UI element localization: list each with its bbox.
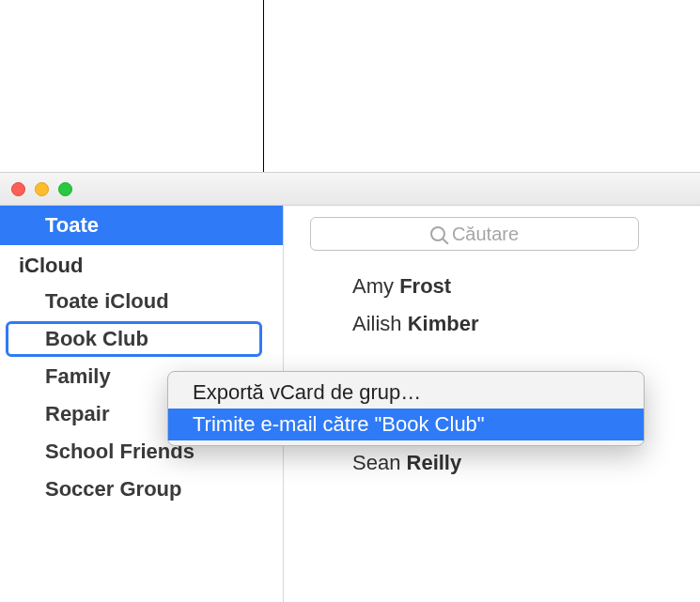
sidebar-all-contacts[interactable]: Toate bbox=[0, 206, 283, 245]
contact-last: Reilly bbox=[407, 451, 462, 474]
contact-first: Amy bbox=[352, 274, 394, 298]
contact-last: Frost bbox=[399, 274, 451, 298]
maximize-button[interactable] bbox=[58, 182, 72, 196]
close-button[interactable] bbox=[11, 182, 25, 196]
sidebar-item-book-club[interactable]: Book Club bbox=[0, 320, 283, 358]
search-icon bbox=[430, 226, 445, 241]
search-input[interactable]: Căutare bbox=[310, 217, 639, 251]
contact-first: Ailish bbox=[352, 312, 402, 335]
minimize-button[interactable] bbox=[35, 182, 49, 196]
contact-first: Sean bbox=[352, 451, 400, 474]
list-item[interactable]: Amy Frost bbox=[352, 268, 662, 305]
sidebar-section-icloud: iCloud bbox=[0, 245, 283, 283]
sidebar-item-all-icloud[interactable]: Toate iCloud bbox=[0, 283, 283, 320]
menu-item-export-vcard[interactable]: Exportă vCard de grup… bbox=[168, 377, 644, 409]
contact-last: Kimber bbox=[408, 312, 479, 335]
search-placeholder: Căutare bbox=[452, 224, 519, 245]
list-item[interactable] bbox=[352, 343, 662, 356]
context-menu: Exportă vCard de grup… Trimite e-mail că… bbox=[167, 371, 645, 446]
window-titlebar bbox=[0, 173, 700, 206]
menu-item-send-email[interactable]: Trimite e-mail către "Book Club" bbox=[168, 409, 644, 440]
sidebar-item-soccer-group[interactable]: Soccer Group bbox=[0, 471, 283, 508]
list-item[interactable]: Ailish Kimber bbox=[352, 305, 662, 343]
list-item[interactable] bbox=[352, 356, 662, 369]
list-item[interactable]: Sean Reilly bbox=[352, 444, 662, 482]
